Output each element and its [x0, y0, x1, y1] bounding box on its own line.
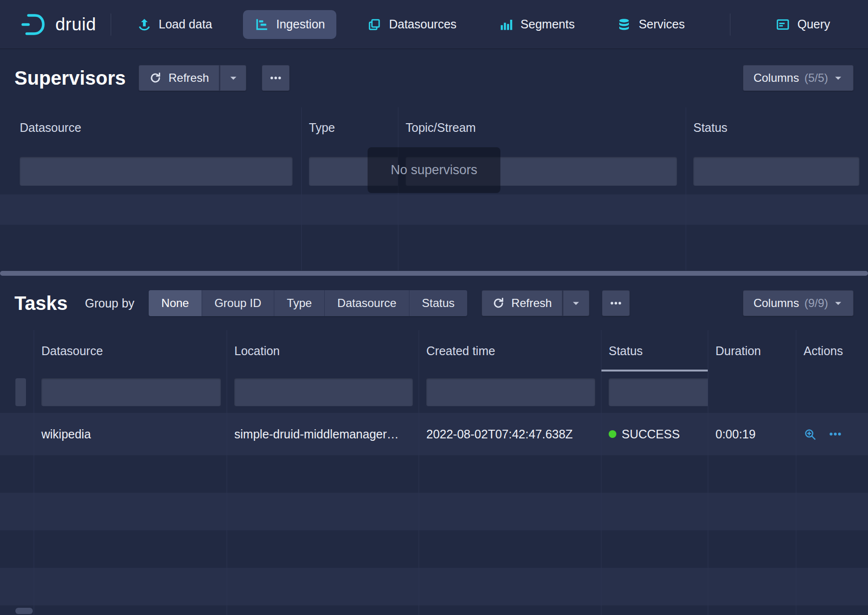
tasks-more-button[interactable]	[602, 290, 630, 316]
cell-created-time: 2022-08-02T07:42:47.638Z	[419, 413, 601, 455]
task-id-filter-input[interactable]	[15, 378, 26, 406]
header-cell-type[interactable]: Type	[302, 107, 398, 148]
empty-cell	[708, 455, 796, 493]
more-icon[interactable]	[828, 427, 842, 441]
status-filter-input[interactable]	[609, 378, 708, 406]
nav-item-services[interactable]: Services	[605, 10, 696, 39]
table-row	[0, 568, 868, 605]
table-row[interactable]: wikipedia simple-druid-middlemanager… 20…	[0, 413, 868, 455]
header-cell-duration[interactable]: Duration	[708, 330, 796, 372]
nav-item-label: Query	[797, 17, 830, 31]
nav-item-segments[interactable]: Segments	[487, 10, 587, 39]
nav-item-load-data[interactable]: Load data	[126, 10, 224, 39]
header-cell-datasource[interactable]: Datasource	[34, 330, 227, 372]
tasks-title: Tasks	[14, 293, 67, 314]
empty-cell	[686, 255, 868, 270]
empty-cell	[398, 225, 686, 255]
tasks-columns-button[interactable]: Columns (9/9)	[743, 290, 854, 316]
group-by-type-button[interactable]: Type	[274, 290, 325, 316]
group-by-status-button[interactable]: Status	[409, 290, 467, 316]
tasks-refresh-caret-button[interactable]	[562, 290, 589, 316]
empty-cell	[227, 530, 419, 568]
cell-actions	[796, 413, 868, 455]
supervisors-refresh-caret-button[interactable]	[219, 65, 246, 91]
status-success-dot	[609, 430, 616, 438]
supervisors-header: Supervisors Refresh	[0, 49, 868, 107]
header-cell-actions[interactable]: Actions	[796, 330, 868, 372]
tasks-header: Tasks Group by None Group ID Type Dataso…	[0, 276, 868, 330]
empty-cell	[0, 568, 34, 605]
upload-icon	[137, 17, 152, 32]
cell-status: SUCCESS	[601, 413, 708, 455]
nav-item-query[interactable]: Query	[764, 10, 842, 39]
brand-name: druid	[55, 14, 96, 35]
empty-cell	[708, 605, 796, 615]
refresh-icon	[149, 72, 162, 84]
empty-cell	[0, 255, 302, 270]
header-cell-status[interactable]: Status	[601, 330, 708, 372]
empty-cell	[398, 255, 686, 270]
filter-cell	[796, 372, 868, 413]
empty-cell	[686, 225, 868, 255]
empty-cell	[601, 530, 708, 568]
datasource-filter-input[interactable]	[41, 378, 221, 406]
query-icon	[776, 17, 790, 32]
ingestion-icon	[255, 17, 269, 32]
header-cell-topic-stream[interactable]: Topic/Stream	[398, 107, 686, 148]
empty-cell	[708, 493, 796, 530]
status-filter-input[interactable]	[693, 157, 859, 186]
nav-item-ingestion[interactable]: Ingestion	[243, 10, 336, 39]
table-row	[0, 530, 868, 568]
empty-cell	[302, 225, 398, 255]
empty-cell	[419, 455, 601, 493]
empty-cell	[34, 455, 227, 493]
no-supervisors-message: No supervisors	[368, 147, 500, 193]
group-by-datasource-button[interactable]: Datasource	[325, 290, 409, 316]
brand[interactable]: druid	[20, 11, 96, 38]
empty-cell	[686, 194, 868, 225]
druid-logo-icon	[20, 11, 48, 38]
navbar-divider	[111, 13, 111, 36]
horizontal-scrollbar-thumb[interactable]	[15, 608, 33, 614]
nav-items: Load data Ingestion Datasources	[126, 10, 842, 39]
tasks-refresh-group: Refresh	[482, 290, 589, 316]
navbar-divider	[730, 13, 730, 36]
group-by-none-button[interactable]: None	[149, 290, 202, 316]
cell-duration: 0:00:19	[708, 413, 796, 455]
table-row	[0, 194, 868, 225]
filter-cell	[0, 372, 34, 413]
nav-item-label: Segments	[521, 17, 575, 31]
supervisors-more-button[interactable]	[262, 65, 290, 91]
empty-cell	[0, 493, 34, 530]
header-cell-location[interactable]: Location	[227, 330, 419, 372]
caret-down-icon	[833, 73, 843, 83]
segments-icon	[499, 17, 513, 32]
nav-item-label: Datasources	[389, 17, 456, 31]
empty-cell	[796, 568, 868, 605]
location-filter-input[interactable]	[234, 378, 413, 406]
empty-cell	[796, 530, 868, 568]
supervisors-refresh-button[interactable]: Refresh	[139, 65, 219, 91]
empty-cell	[796, 605, 868, 615]
supervisors-columns-button[interactable]: Columns (5/5)	[743, 65, 854, 91]
group-by-group-id-button[interactable]: Group ID	[202, 290, 274, 316]
nav-item-datasources[interactable]: Datasources	[356, 10, 468, 39]
tasks-table-header: Datasource Location Created time Status …	[0, 330, 868, 372]
table-row	[0, 225, 868, 255]
created-time-filter-input[interactable]	[426, 378, 595, 406]
zoom-in-icon[interactable]	[804, 428, 817, 441]
header-cell-datasource[interactable]: Datasource	[0, 107, 302, 148]
datasource-filter-input[interactable]	[20, 157, 293, 186]
datasources-icon	[367, 17, 382, 32]
navbar: druid Load data Ingestion	[0, 0, 868, 49]
empty-cell	[601, 455, 708, 493]
tasks-section: Tasks Group by None Group ID Type Dataso…	[0, 276, 868, 615]
cell-datasource: wikipedia	[34, 413, 227, 455]
empty-cell	[601, 493, 708, 530]
header-cell-status[interactable]: Status	[686, 107, 868, 148]
caret-down-icon	[571, 298, 581, 308]
table-row	[0, 255, 868, 270]
header-cell-created-time[interactable]: Created time	[419, 330, 601, 372]
tasks-refresh-button[interactable]: Refresh	[482, 290, 562, 316]
pane-resize-splitter[interactable]	[0, 271, 868, 276]
